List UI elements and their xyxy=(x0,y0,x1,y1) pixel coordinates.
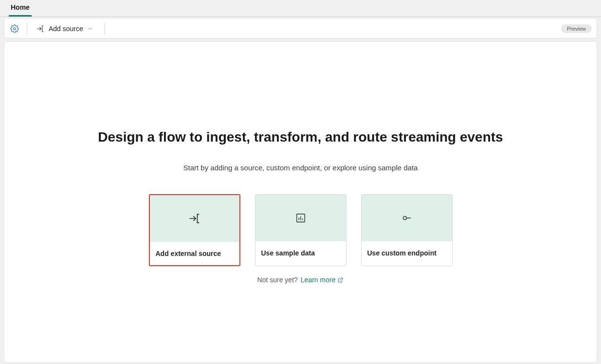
card-use-sample-data[interactable]: Use sample data xyxy=(255,194,346,266)
add-source-label: Add source xyxy=(49,25,83,33)
option-cards: Add external source Use sample data xyxy=(149,194,453,266)
chevron-down-icon xyxy=(87,26,93,32)
tab-bar: Home xyxy=(0,0,601,17)
arrow-into-box-icon xyxy=(188,212,201,225)
card-add-external-source[interactable]: Add external source xyxy=(149,194,240,266)
not-sure-text: Not sure yet? xyxy=(257,276,298,284)
settings-gear-icon[interactable] xyxy=(9,23,20,34)
learn-more-label: Learn more xyxy=(301,276,336,284)
preview-badge: Preview xyxy=(561,24,592,33)
svg-point-0 xyxy=(14,27,16,30)
key-endpoint-icon xyxy=(401,212,413,224)
card-icon-area xyxy=(255,195,346,241)
external-link-icon xyxy=(337,277,344,283)
card-label: Use custom endpoint xyxy=(362,241,452,265)
arrow-into-box-icon xyxy=(36,24,45,33)
main-canvas: Design a flow to ingest, transform, and … xyxy=(4,41,597,363)
add-source-button[interactable]: Add source xyxy=(33,22,96,35)
card-use-custom-endpoint[interactable]: Use custom endpoint xyxy=(361,194,453,266)
card-icon-area xyxy=(362,195,452,241)
card-label: Use sample data xyxy=(255,241,346,265)
card-label: Add external source xyxy=(150,242,239,265)
footer-hint: Not sure yet? Learn more xyxy=(257,276,344,284)
page-headline: Design a flow to ingest, transform, and … xyxy=(98,129,503,145)
page-subline: Start by adding a source, custom endpoin… xyxy=(183,164,418,172)
toolbar: Add source Preview xyxy=(4,19,597,38)
learn-more-link[interactable]: Learn more xyxy=(301,276,344,284)
toolbar-divider xyxy=(105,23,105,35)
toolbar-divider xyxy=(27,23,27,35)
bar-chart-icon xyxy=(295,213,306,223)
svg-point-2 xyxy=(403,217,406,220)
tab-home[interactable]: Home xyxy=(9,0,32,17)
card-icon-area xyxy=(150,195,239,242)
